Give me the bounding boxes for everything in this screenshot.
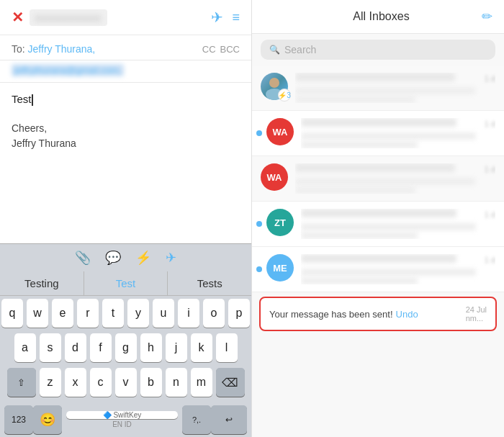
keyboard-toolbar: 📎 💬 ⚡ ✈ [0,243,251,271]
key-q[interactable]: q [1,299,23,328]
inbox-item-header-last: 1 d [301,254,495,266]
key-s[interactable]: s [40,333,61,362]
subject-text: Test [12,93,32,105]
close-icon[interactable]: ✕ [12,9,24,26]
lightning-icon[interactable]: ⚡ [135,250,151,266]
sent-notification: Your message has been sent! Undo 24 Juln… [259,297,497,331]
inbox-sender-1 [295,73,455,81]
space-key[interactable]: 🔷 SwiftKey [66,411,178,419]
compose-to-blurred: ●●●●●●●●●● [30,9,107,26]
signature-line2: Jeffry Thurana [12,136,240,151]
key-x[interactable]: x [65,368,86,397]
attachment-icon[interactable]: 📎 [75,250,91,266]
key-k[interactable]: k [191,333,212,362]
compose-signature: Cheers, Jeffry Thurana [12,121,240,151]
inbox-header: All Inboxes ✏ [252,0,504,34]
avatar-container-3: WA [261,163,288,191]
key-p[interactable]: p [228,299,250,328]
compose-body[interactable]: Test Cheers, Jeffry Thurana [0,83,251,243]
key-f[interactable]: f [90,333,112,362]
key-i[interactable]: i [178,299,199,328]
key-b[interactable]: b [140,368,162,397]
send-draft-icon[interactable]: ✈ [166,250,176,266]
key-h[interactable]: h [140,333,162,362]
inbox-preview-last-a [301,269,476,276]
inbox-time-3: 1 d [485,165,495,174]
autocomplete-test[interactable]: Test [84,271,168,295]
inbox-content-2: 1 d [301,118,495,148]
inbox-preview-3b [295,186,415,194]
key-e[interactable]: e [52,299,73,328]
search-placeholder: Search [284,44,316,55]
punct-key[interactable]: ?,. [182,405,211,434]
key-o[interactable]: o [203,299,225,328]
autocomplete-testing[interactable]: Testing [0,271,84,295]
key-m[interactable]: m [191,368,212,397]
inbox-item-1[interactable]: ⚡3 1 d [252,66,504,111]
avatar-wa-2: WA [261,163,288,191]
search-icon: 🔍 [269,45,280,55]
key-d[interactable]: d [65,333,86,362]
key-v[interactable]: v [115,368,137,397]
num-key[interactable]: 123 [4,405,33,434]
key-a[interactable]: a [14,333,36,362]
keyboard-row-2: a s d f g h j k l [1,333,250,362]
swiftkey-label: 🔷 SwiftKey [103,411,142,419]
search-bar[interactable]: 🔍 Search [261,40,495,60]
cc-button[interactable]: CC [202,44,216,55]
speech-icon[interactable]: 💬 [105,250,121,266]
inbox-content-1: 1 d [295,73,495,103]
compose-header: ✕ ●●●●●●●●●● ✈ ≡ [0,0,251,35]
key-g[interactable]: g [115,333,137,362]
inbox-list: ⚡3 1 d WA 1 d [252,66,504,437]
emoji-key[interactable]: 😊 [33,405,62,434]
inbox-item-3[interactable]: WA 1 d [252,156,504,202]
key-y[interactable]: y [127,299,149,328]
avatar-wa-1: WA [266,118,294,145]
send-icon[interactable]: ✈ [211,9,223,26]
text-cursor [32,94,33,106]
email-address-blurred: jeffrythurana@gmail.com, [12,64,124,76]
menu-icon[interactable]: ≡ [232,10,240,25]
email-address-line: jeffrythurana@gmail.com, [0,60,251,83]
space-key-container: 🔷 SwiftKey EN ID [66,411,178,428]
inbox-time-last: 1 d [485,256,495,264]
shift-key[interactable]: ⇧ [7,368,36,397]
bcc-button[interactable]: BCC [220,44,240,55]
key-u[interactable]: u [153,299,174,328]
inbox-preview-2a [301,132,476,140]
inbox-sender-last [301,254,456,263]
compose-panel: ✕ ●●●●●●●●●● ✈ ≡ To: Jeffry Thurana, CC … [0,0,252,437]
keyboard-row-1: q w e r t y u i o p [1,299,250,328]
inbox-item-header-2: 1 d [301,118,495,130]
sent-notification-content: Your message has been sent! Undo [269,309,418,320]
inbox-item-4[interactable]: ZT 1 d [252,202,504,247]
to-name[interactable]: Jeffry Thurana, [28,43,96,55]
key-w[interactable]: w [27,299,48,328]
key-t[interactable]: t [102,299,124,328]
unread-dot-2 [256,130,262,136]
inbox-item-2[interactable]: WA 1 d [252,111,504,156]
key-n[interactable]: n [166,368,187,397]
backspace-key[interactable]: ⌫ [216,368,245,397]
return-key[interactable]: ↩ [211,405,247,434]
key-l[interactable]: l [216,333,238,362]
inbox-title: All Inboxes [353,10,409,23]
inbox-item-last[interactable]: ME 1 d [252,247,504,292]
inbox-content-4: 1 d [301,209,495,239]
inbox-item-header-4: 1 d [301,209,495,220]
keyboard-row-3: ⇧ z x c v b n m ⌫ [1,368,250,397]
key-c[interactable]: c [90,368,112,397]
autocomplete-tests[interactable]: Tests [168,271,251,295]
inbox-item-header-3: 1 d [295,163,495,175]
key-z[interactable]: z [40,368,61,397]
undo-button[interactable]: Undo [396,309,418,320]
inbox-panel: All Inboxes ✏ 🔍 Search ⚡3 1 d [252,0,504,437]
inbox-preview-last-b [301,277,418,284]
compose-header-right: ✈ ≡ [211,9,240,26]
key-j[interactable]: j [166,333,187,362]
compose-recipients: To: Jeffry Thurana, CC BCC [0,35,251,60]
key-r[interactable]: r [77,299,99,328]
inbox-time-4: 1 d [485,210,495,219]
compose-new-icon[interactable]: ✏ [482,9,492,24]
